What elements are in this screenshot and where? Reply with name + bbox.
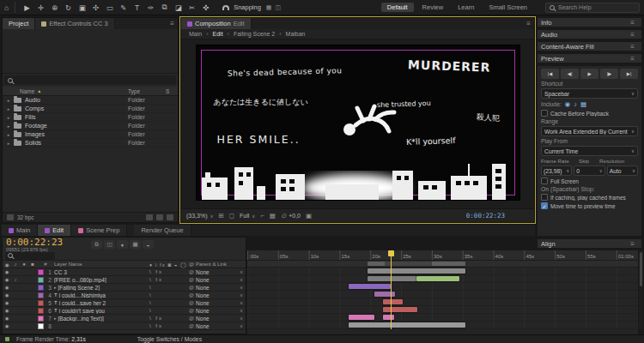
comp-panel-menu-icon[interactable]: ≡	[523, 18, 534, 29]
exposure-control[interactable]: ⊙ +0,0	[281, 212, 301, 220]
video-toggle[interactable]: ◉	[3, 323, 11, 328]
layer-color-chip[interactable]	[38, 269, 44, 275]
layer-color-chip[interactable]	[38, 300, 44, 306]
interpret-footage-icon[interactable]	[7, 214, 14, 220]
layer-duration-bar[interactable]	[416, 276, 459, 281]
frame-blending-icon[interactable]: ▦	[130, 240, 141, 249]
pickwhip-icon[interactable]: @	[189, 269, 194, 274]
panel-menu-icon[interactable]: ≡	[627, 19, 638, 27]
timeline-lane[interactable]	[247, 314, 638, 322]
layer-switches[interactable]: \ fx	[149, 277, 189, 282]
layer-switches[interactable]: \	[149, 300, 189, 305]
playhead[interactable]	[391, 250, 392, 329]
full-screen-checkbox[interactable]: Full Screen	[541, 178, 638, 184]
breadcrumb-item[interactable]: Main	[189, 31, 202, 37]
play-from-dropdown[interactable]: Current Time ∨	[541, 146, 638, 156]
bit-depth-label[interactable]: 32 bpc	[17, 214, 34, 220]
snapping-label[interactable]: Snapping	[234, 3, 261, 11]
previous-frame-button[interactable]: ◀|	[561, 69, 579, 79]
parent-link-dropdown[interactable]: @None∨	[189, 292, 246, 298]
pickwhip-icon[interactable]: @	[189, 292, 194, 298]
layer-switches[interactable]: \	[149, 285, 189, 290]
comp-mini-flowchart-icon[interactable]: ⧉	[91, 240, 102, 249]
precomp-arrow-icon[interactable]: ▸	[54, 316, 57, 321]
disclosure-arrow-icon[interactable]: ▸	[4, 106, 13, 111]
panel-menu-icon[interactable]: ≡	[167, 18, 178, 29]
layer-name[interactable]: [FREE o...080p.mp4]	[54, 277, 149, 283]
column-type-label[interactable]: Type	[128, 88, 166, 94]
info-panel-header[interactable]: Info ≡	[537, 17, 642, 27]
video-toggle[interactable]: ◉	[3, 292, 11, 298]
resolution-dropdown[interactable]: Full ∨	[240, 213, 255, 219]
snap-guides-icon[interactable]: ◫	[275, 4, 281, 11]
layer-duration-bar[interactable]	[349, 315, 374, 320]
layer-name[interactable]: Ti could....Nishimiya	[54, 292, 149, 298]
panel-menu-icon[interactable]: ≡	[627, 31, 638, 39]
layer-row[interactable]: ◉1CC 3\ fx@None∨	[3, 268, 246, 276]
play-cached-frames-checkbox[interactable]: If caching, play cached frames	[541, 194, 638, 201]
breadcrumb-item[interactable]: Edit	[213, 31, 223, 37]
timeline-lane[interactable]	[247, 283, 638, 291]
layer-name[interactable]: Ti couldn't save you	[54, 308, 149, 314]
include-video-icon[interactable]: ◉	[565, 100, 571, 108]
layer-color-chip[interactable]	[38, 308, 44, 314]
layer-name[interactable]: CC 3	[54, 269, 149, 275]
cache-before-playback-checkbox[interactable]: Cache Before Playback	[541, 110, 638, 117]
layer-switches[interactable]: \ fx	[149, 269, 189, 274]
checkbox-box[interactable]	[541, 194, 548, 201]
last-frame-button[interactable]: ▶|	[620, 69, 638, 79]
play-button[interactable]: ▶	[580, 69, 598, 79]
disclosure-arrow-icon[interactable]: ▸	[4, 115, 13, 120]
layer-switches[interactable]: \	[149, 292, 189, 298]
parent-link-dropdown[interactable]: @None∨	[189, 300, 246, 306]
workspace-small-screen[interactable]: Small Screen	[483, 3, 533, 12]
selection-tool[interactable]: ▶	[21, 2, 33, 13]
orbit-camera-tool[interactable]: ↻	[62, 2, 75, 13]
layer-duration-bar[interactable]	[349, 322, 466, 328]
tab-composition[interactable]: Composition Edit	[181, 18, 252, 29]
shape-tool[interactable]: ▭	[103, 2, 116, 13]
video-toggle[interactable]: ◉	[3, 277, 11, 282]
breadcrumb-item[interactable]: Maiban	[286, 31, 306, 37]
layer-row[interactable]: ◉4Ti could....Nishimiya\@None∨	[3, 292, 246, 299]
layer-duration-bar[interactable]	[383, 307, 417, 312]
move-time-checkbox[interactable]: ✓ Move time to preview time	[541, 202, 638, 209]
timeline-tab-edit[interactable]: Edit	[38, 225, 71, 236]
disclosure-arrow-icon[interactable]: ▸	[4, 141, 13, 146]
brush-tool[interactable]: ✑	[144, 2, 157, 13]
parent-link-dropdown[interactable]: @None∨	[189, 269, 246, 275]
project-item[interactable]: ▸FootageFolder	[3, 122, 178, 130]
workspace-review[interactable]: Review	[416, 3, 450, 12]
timeline-tab-scene-prep[interactable]: Scene Prep	[71, 225, 127, 236]
disclosure-arrow-icon[interactable]: ▸	[4, 98, 13, 103]
work-area-bar[interactable]	[368, 262, 466, 266]
project-item[interactable]: ▸FillsFolder	[3, 113, 178, 122]
next-frame-button[interactable]: |▶	[600, 69, 618, 79]
layer-color-chip[interactable]	[38, 285, 44, 291]
timeline-lane[interactable]	[247, 306, 638, 314]
timeline-lane[interactable]	[247, 275, 638, 283]
grid-options-icon[interactable]: ⊞	[219, 212, 224, 220]
snapping-magnet-icon[interactable]	[222, 5, 229, 10]
timeline-lane[interactable]	[247, 298, 638, 306]
region-of-interest-icon[interactable]: ⌐	[260, 212, 264, 220]
playhead-handle[interactable]	[388, 250, 394, 256]
layer-name[interactable]: ▸[Falling Scene 2]	[54, 285, 149, 291]
range-dropdown[interactable]: Work Area Extended By Current ∨	[541, 126, 638, 136]
audio-column-icon[interactable]: ♪	[11, 262, 20, 267]
workspace-default[interactable]: Default	[381, 3, 414, 12]
layer-color-chip[interactable]	[38, 316, 44, 322]
column-name-label[interactable]: Name	[20, 88, 34, 94]
pickwhip-icon[interactable]: @	[189, 323, 194, 328]
checkbox-box[interactable]	[541, 110, 548, 117]
clone-stamp-tool[interactable]: ⧉	[158, 2, 171, 13]
parent-link-dropdown[interactable]: @None∨	[189, 316, 246, 322]
audio-panel-header[interactable]: Audio ≡	[537, 29, 642, 39]
layer-name[interactable]: Ti could...save her 2	[54, 300, 149, 306]
project-columns-header[interactable]: Name ▲ Type S	[3, 87, 178, 96]
new-folder-icon[interactable]	[146, 214, 153, 220]
parent-link-dropdown[interactable]: @None∨	[189, 277, 246, 283]
layer-duration-bar[interactable]	[349, 284, 391, 289]
pickwhip-icon[interactable]: @	[189, 300, 194, 305]
panel-menu-icon[interactable]: ≡	[627, 240, 638, 248]
